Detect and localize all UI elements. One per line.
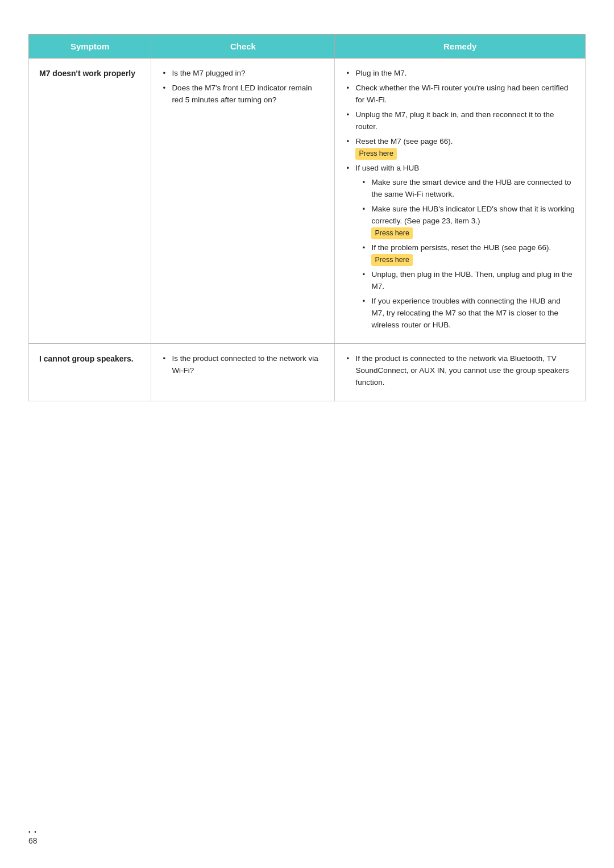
hub-reset-text: If the problem persists, reset the HUB (… xyxy=(371,243,551,252)
remedy-cell: If the product is connected to the netwo… xyxy=(335,343,586,401)
symptom-cell: M7 doesn't work properly xyxy=(29,59,151,344)
header-symptom: Symptom xyxy=(29,35,151,59)
check-item: Is the product connected to the network … xyxy=(161,353,324,377)
header-check: Check xyxy=(151,35,335,59)
remedy-item: Check whether the Wi-Fi router you're us… xyxy=(345,82,575,106)
remedy-item: Plug in the M7. xyxy=(345,68,575,80)
hub-sub-item: Make sure the smart device and the HUB a… xyxy=(361,177,575,201)
table-row: M7 doesn't work properly Is the M7 plugg… xyxy=(29,59,586,344)
remedy-list: Plug in the M7. Check whether the Wi-Fi … xyxy=(345,68,575,331)
remedy-item-hub: If used with a HUB Make sure the smart d… xyxy=(345,163,575,331)
check-cell: Is the M7 plugged in? Does the M7's fron… xyxy=(151,59,335,344)
check-list: Is the M7 plugged in? Does the M7's fron… xyxy=(161,68,324,106)
hub-sub-item: Unplug, then plug in the HUB. Then, unpl… xyxy=(361,269,575,293)
hub-sub-item: If the problem persists, reset the HUB (… xyxy=(361,242,575,266)
hub-sub-list: Make sure the smart device and the HUB a… xyxy=(361,177,575,331)
header-remedy: Remedy xyxy=(335,35,586,59)
page-number: • • 68 xyxy=(28,829,38,845)
symptom-text: I cannot group speakers. xyxy=(39,354,134,363)
page-number-text: 68 xyxy=(28,836,38,845)
remedy-list: If the product is connected to the netwo… xyxy=(345,353,575,389)
remedy-cell: Plug in the M7. Check whether the Wi-Fi … xyxy=(335,59,586,344)
table-row: I cannot group speakers. Is the product … xyxy=(29,343,586,401)
hub-intro-text: If used with a HUB xyxy=(355,164,419,172)
press-here-button-2[interactable]: Press here xyxy=(371,227,412,239)
hub-led-text: Make sure the HUB's indicator LED's show… xyxy=(371,205,574,225)
check-cell: Is the product connected to the network … xyxy=(151,343,335,401)
troubleshooting-table: Symptom Check Remedy M7 doesn't work pro… xyxy=(28,34,586,401)
press-here-button-3[interactable]: Press here xyxy=(371,254,412,266)
remedy-item: Reset the M7 (see page 66). Press here xyxy=(345,136,575,160)
remedy-item: If the product is connected to the netwo… xyxy=(345,353,575,389)
check-item: Is the M7 plugged in? xyxy=(161,68,324,80)
symptom-cell: I cannot group speakers. xyxy=(29,343,151,401)
hub-sub-item: If you experience troubles with connecti… xyxy=(361,296,575,331)
page-dots: • • xyxy=(28,829,38,835)
press-here-button-1[interactable]: Press here xyxy=(355,148,396,160)
check-list: Is the product connected to the network … xyxy=(161,353,324,377)
check-item: Does the M7's front LED indicator remain… xyxy=(161,82,324,106)
symptom-text: M7 doesn't work properly xyxy=(39,69,135,78)
remedy-reset-text: Reset the M7 (see page 66). xyxy=(355,137,453,146)
remedy-item: Unplug the M7, plug it back in, and then… xyxy=(345,109,575,133)
hub-sub-item: Make sure the HUB's indicator LED's show… xyxy=(361,203,575,239)
